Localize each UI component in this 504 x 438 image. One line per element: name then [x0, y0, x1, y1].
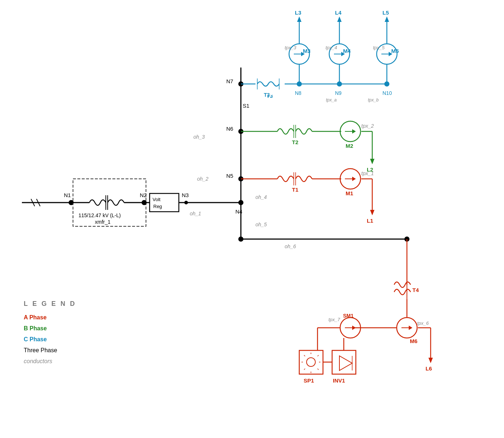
xfr1-sublabel: xmfr_1 — [95, 219, 111, 225]
label-L3: L3 — [295, 9, 301, 16]
label-S1: S1 — [243, 103, 249, 109]
oh3-label: oh_3 — [193, 134, 205, 140]
tpx3-label: tpx_3 — [285, 45, 297, 50]
label-SP1: SP1 — [304, 377, 314, 384]
oh4-label: oh_4 — [255, 194, 267, 200]
label-T1: T1 — [292, 187, 299, 193]
M6-arrow — [409, 326, 412, 330]
label-M1: M1 — [346, 190, 353, 196]
label-L1: L1 — [367, 218, 373, 224]
label-N8: N8 — [295, 90, 301, 96]
T2-secondary — [296, 129, 312, 134]
legend-three-phase: Three Phase — [24, 347, 57, 353]
oh5-label: oh_5 — [255, 222, 267, 227]
svg-line-51 — [304, 355, 305, 356]
svg-marker-56 — [339, 356, 352, 370]
xfr1-label: 115/12.47 kV (L-L) — [78, 212, 121, 218]
M1-arrow — [352, 177, 356, 181]
label-N3: N3 — [182, 192, 189, 198]
tpx6-label: tpx_6 — [417, 320, 429, 326]
svg-line-54 — [304, 369, 305, 370]
label-N7: N7 — [226, 78, 233, 84]
Mleft-arrow — [352, 326, 356, 330]
label-L6: L6 — [426, 365, 432, 372]
label-M4: M4 — [343, 48, 351, 54]
T1-primary — [277, 176, 294, 182]
svg-line-53 — [318, 355, 319, 356]
svg-point-46 — [307, 358, 315, 366]
label-M3: M3 — [303, 48, 311, 54]
T1-secondary — [296, 176, 312, 182]
label-N2: N2 — [140, 192, 147, 198]
label-L4: L4 — [335, 9, 342, 16]
L1-arrow — [370, 210, 374, 215]
svg-rect-59 — [255, 73, 285, 95]
T2-primary — [277, 129, 294, 134]
label-N6: N6 — [226, 126, 233, 132]
T4-winding2 — [394, 289, 411, 295]
legend-a-phase: A Phase — [24, 314, 47, 320]
L3-arrow — [297, 16, 301, 22]
label-M2: M2 — [346, 143, 353, 149]
xfr1-primary — [89, 200, 106, 205]
label-N5: N5 — [226, 173, 233, 179]
legend-conductors: conductors — [24, 358, 52, 364]
label-T2: T2 — [292, 139, 299, 145]
svg-line-52 — [318, 369, 319, 370]
label-N9: N9 — [335, 90, 342, 96]
tpx4-label: tpx_4 — [326, 45, 337, 50]
volt-reg-label2: Reg — [153, 204, 162, 209]
label-T3: T3 — [264, 92, 270, 98]
L4-arrow — [337, 16, 342, 22]
volt-reg-label1: Volt — [153, 197, 161, 202]
legend-c-phase: C Phase — [24, 336, 47, 342]
label-INV1: INV1 — [333, 377, 345, 384]
tpxb-label: tpx_b — [368, 97, 379, 103]
label-N1: N1 — [64, 192, 71, 198]
oh2-label: oh_2 — [197, 176, 208, 182]
L5-arrow — [385, 16, 389, 22]
tpx7-label: tpx_7 — [328, 317, 341, 322]
legend-title: L E G E N D — [24, 300, 76, 307]
label-L5: L5 — [382, 9, 389, 16]
label-N10: N10 — [382, 90, 392, 96]
L6-arrow — [428, 358, 433, 363]
label-M5: M5 — [391, 48, 399, 54]
tpxa-label: tpx_a — [326, 97, 337, 103]
xfr1-secondary — [108, 200, 124, 205]
M2-arrow — [352, 129, 356, 134]
L2-arrow — [370, 159, 374, 164]
label-T4: T4 — [412, 287, 419, 293]
tpx5-label: tpx_5 — [373, 45, 385, 50]
oh1-label: oh_1 — [190, 211, 201, 216]
oh6-label: oh_6 — [285, 243, 296, 249]
T4-winding1 — [394, 282, 411, 288]
label-L2: L2 — [367, 166, 373, 173]
legend-b-phase: B Phase — [24, 325, 47, 331]
label-M6: M6 — [410, 338, 418, 344]
tpx2-label: tpx_2 — [361, 123, 374, 129]
